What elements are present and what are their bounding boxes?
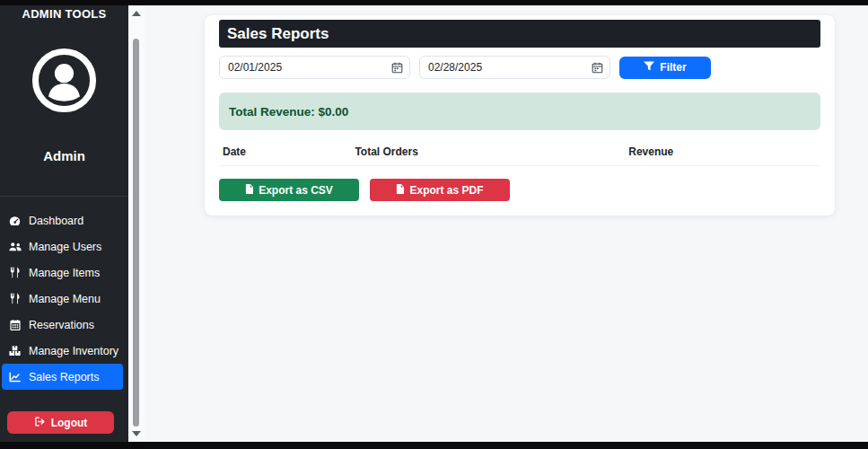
calendar-icon[interactable]: [592, 61, 603, 77]
utensils-icon: [8, 267, 22, 278]
calendar-icon: [8, 320, 22, 330]
calendar-icon[interactable]: [391, 61, 403, 77]
users-icon: [8, 242, 22, 251]
sidebar-item-reservations[interactable]: Reservations: [2, 312, 123, 338]
total-revenue-banner: Total Revenue: $0.00: [219, 92, 820, 130]
sidebar-item-manage-menu[interactable]: Manage Menu: [2, 286, 123, 312]
end-date-input[interactable]: [419, 56, 610, 79]
sidebar-item-dashboard[interactable]: Dashboard: [2, 207, 123, 233]
sidebar-item-label: Manage Inventory: [29, 345, 118, 357]
column-header-date: Date: [219, 137, 351, 166]
window-bottom-border: [0, 442, 868, 449]
main-content: Sales Reports: [145, 5, 868, 442]
sidebar-item-manage-users[interactable]: Manage Users: [2, 233, 123, 260]
sidebar-item-label: Manage Menu: [29, 293, 101, 305]
utensils-icon: [8, 293, 22, 304]
sidebar-item-label: Sales Reports: [29, 371, 100, 383]
sidebar-scrollbar[interactable]: [128, 5, 145, 442]
user-name: Admin: [0, 148, 128, 163]
funnel-icon: [644, 61, 654, 74]
sidebar-item-sales-reports[interactable]: Sales Reports: [2, 364, 123, 390]
export-csv-label: Export as CSV: [259, 184, 333, 197]
scroll-down-arrow-icon[interactable]: [132, 431, 141, 436]
sales-reports-card: Sales Reports: [205, 15, 835, 216]
column-header-total-orders: Total Orders: [351, 137, 625, 166]
start-date-input[interactable]: [219, 56, 410, 79]
user-circle-icon: [31, 47, 98, 118]
window-top-border: [0, 0, 868, 5]
sales-report-table: Date Total Orders Revenue: [219, 137, 820, 166]
sidebar-title: ADMIN TOOLS: [0, 7, 128, 21]
file-csv-icon: [245, 184, 253, 197]
sidebar-item-label: Manage Items: [29, 267, 100, 279]
tachometer-icon: [8, 216, 22, 226]
logout-button-label: Logout: [51, 417, 88, 429]
filter-button-label: Filter: [660, 61, 686, 74]
sidebar-item-label: Manage Users: [29, 241, 101, 253]
end-date-field: [419, 56, 610, 79]
sidebar-item-manage-items[interactable]: Manage Items: [2, 260, 123, 286]
filter-row: Filter: [219, 56, 820, 79]
sidebar: ADMIN TOOLS Admin Dashboard: [0, 5, 128, 442]
boxes-icon: [8, 346, 22, 357]
chart-line-icon: [8, 372, 22, 383]
table-header-row: Date Total Orders Revenue: [219, 137, 820, 166]
scroll-up-arrow-icon[interactable]: [132, 11, 141, 16]
scrollbar-thumb[interactable]: [133, 39, 139, 427]
export-row: Export as CSV Export as PDF: [219, 179, 820, 201]
file-pdf-icon: [396, 184, 404, 197]
sidebar-item-label: Reservations: [29, 319, 94, 331]
export-pdf-label: Export as PDF: [409, 184, 483, 197]
start-date-field: [219, 56, 410, 79]
card-title: Sales Reports: [219, 20, 820, 48]
sidebar-item-manage-inventory[interactable]: Manage Inventory: [2, 338, 123, 364]
sidebar-nav: Dashboard Manage Users Manage Items: [0, 196, 128, 390]
total-revenue-text: Total Revenue: $0.00: [229, 105, 348, 119]
export-pdf-button[interactable]: Export as PDF: [370, 179, 510, 201]
column-header-revenue: Revenue: [625, 137, 820, 166]
logout-button[interactable]: Logout: [7, 411, 114, 434]
filter-button[interactable]: Filter: [619, 57, 711, 79]
sidebar-item-label: Dashboard: [29, 215, 83, 227]
export-csv-button[interactable]: Export as CSV: [219, 179, 359, 201]
sign-out-icon: [34, 417, 46, 429]
